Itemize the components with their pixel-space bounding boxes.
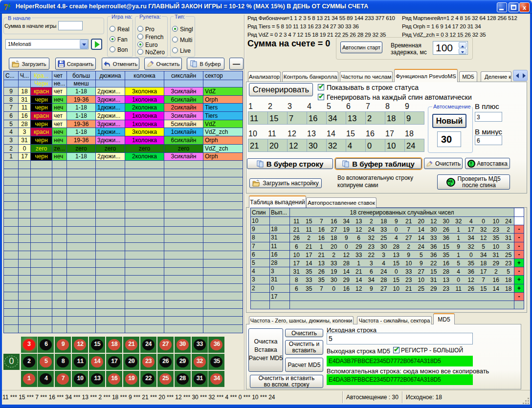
svg-text:!: ! [470,161,472,167]
svg-text:7: 7 [4,3,8,11]
